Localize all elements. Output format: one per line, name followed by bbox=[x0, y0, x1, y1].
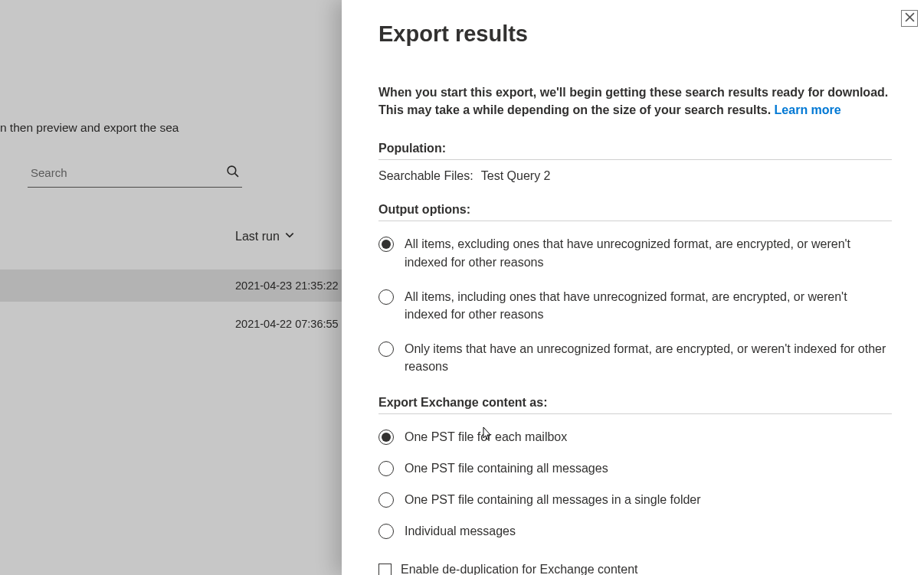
population-row: Searchable Files: Test Query 2 bbox=[378, 169, 892, 183]
export-as-option-0[interactable]: One PST file for each mailbox bbox=[378, 428, 892, 446]
panel-title: Export results bbox=[378, 21, 892, 47]
bg-description-text: versations, and more. You can then previ… bbox=[0, 121, 179, 135]
cell-lastrun: 2021-04-23 21:35:22 bbox=[235, 279, 339, 292]
population-value: Test Query 2 bbox=[481, 169, 551, 182]
radio-icon bbox=[378, 237, 394, 252]
population-label: Population: bbox=[378, 142, 892, 160]
svg-line-1 bbox=[235, 174, 238, 177]
output-option-1[interactable]: All items, including ones that have unre… bbox=[378, 288, 892, 323]
radio-label: Only items that have an unrecognized for… bbox=[405, 340, 892, 375]
radio-icon bbox=[378, 492, 394, 508]
radio-label: Individual messages bbox=[405, 522, 516, 540]
radio-icon bbox=[378, 461, 394, 476]
population-key: Searchable Files: bbox=[378, 169, 473, 182]
export-as-option-1[interactable]: One PST file containing all messages bbox=[378, 459, 892, 477]
search-icon bbox=[226, 165, 239, 181]
search-field-wrap[interactable] bbox=[28, 165, 242, 188]
search-input[interactable] bbox=[31, 166, 226, 179]
output-option-2[interactable]: Only items that have an unrecognized for… bbox=[378, 340, 892, 375]
export-results-panel: Export results When you start this expor… bbox=[342, 0, 924, 575]
radio-label: One PST file for each mailbox bbox=[405, 428, 567, 446]
output-options-group: All items, excluding ones that have unre… bbox=[378, 235, 892, 375]
radio-label: One PST file containing all messages bbox=[405, 459, 608, 477]
svg-point-0 bbox=[228, 166, 236, 175]
learn-more-link[interactable]: Learn more bbox=[775, 103, 841, 116]
output-option-0[interactable]: All items, excluding ones that have unre… bbox=[378, 235, 892, 270]
radio-label: All items, including ones that have unre… bbox=[405, 288, 892, 323]
export-as-label: Export Exchange content as: bbox=[378, 396, 892, 414]
column-header-label: Last run bbox=[235, 230, 280, 243]
intro-text: When you start this export, we'll begin … bbox=[378, 83, 892, 119]
export-as-option-3[interactable]: Individual messages bbox=[378, 522, 892, 540]
export-as-option-2[interactable]: One PST file containing all messages in … bbox=[378, 491, 892, 508]
close-button[interactable] bbox=[901, 10, 918, 27]
checkbox-icon bbox=[378, 564, 392, 575]
column-header-lastrun[interactable]: Last run bbox=[235, 230, 295, 243]
radio-label: All items, excluding ones that have unre… bbox=[405, 235, 892, 270]
radio-icon bbox=[378, 289, 394, 305]
radio-icon bbox=[378, 341, 394, 357]
radio-label: One PST file containing all messages in … bbox=[405, 491, 701, 508]
output-options-label: Output options: bbox=[378, 203, 892, 221]
export-as-group: One PST file for each mailbox One PST fi… bbox=[378, 428, 892, 541]
cell-lastrun: 2021-04-22 07:36:55 bbox=[235, 318, 339, 330]
chevron-down-icon bbox=[284, 230, 295, 243]
radio-icon bbox=[378, 430, 394, 445]
radio-icon bbox=[378, 524, 394, 539]
close-icon bbox=[905, 11, 915, 25]
dedup-checkbox-row[interactable]: Enable de-duplication for Exchange conte… bbox=[378, 563, 892, 575]
checkbox-label: Enable de-duplication for Exchange conte… bbox=[401, 563, 638, 575]
